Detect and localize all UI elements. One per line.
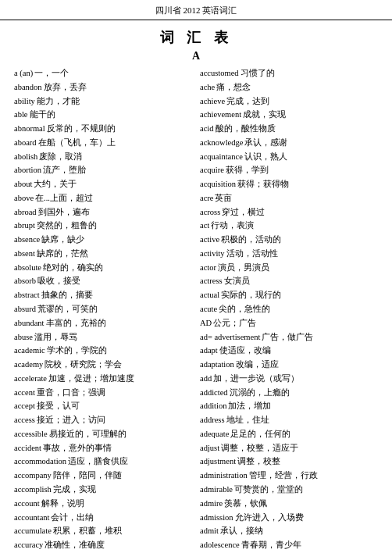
list-item: actual 实际的，现行的: [200, 289, 378, 301]
section-label: A: [0, 50, 392, 62]
main-title: 词 汇 表: [0, 28, 392, 47]
entry-meaning: 地址，住址: [226, 414, 269, 426]
entry-meaning: 加法，增加: [228, 400, 271, 412]
entry-meaning: 在...上面，超过: [35, 192, 93, 205]
entry-word: accumulate: [14, 525, 52, 537]
list-item: academic 学术的，学院的: [14, 344, 192, 357]
entry-word: ache: [200, 81, 215, 94]
entry-meaning: 足足的，任何的: [230, 428, 290, 441]
list-item: admirable 可赞赏的，堂堂的: [200, 483, 378, 496]
entry-meaning: 调整，校整，适应于: [221, 442, 298, 455]
entry-word: abstract: [14, 289, 40, 301]
entry-word: accustomed: [200, 67, 239, 80]
page-header: 四川省 2012 英语词汇: [0, 0, 392, 20]
entry-word: accident: [14, 442, 41, 455]
entry-meaning: 允许进入，入场费: [235, 512, 304, 524]
list-item: accountant 会计，出纳: [14, 512, 192, 524]
list-item: active 积极的，活动的: [200, 234, 378, 246]
entry-meaning: 英亩: [215, 192, 232, 205]
entry-word: abundant: [14, 317, 45, 330]
entry-meaning: 重音，口音；强调: [37, 387, 105, 399]
entry-meaning: 积极的，活动的: [221, 234, 281, 246]
entry-meaning: 女演员: [224, 275, 250, 287]
list-item: abuse 滥用，辱骂: [14, 331, 192, 344]
entry-meaning: 陪伴，陪同，伴随: [53, 469, 122, 482]
list-item: accomplish 完成，实现: [14, 483, 192, 496]
entry-meaning: 青春期，青少年: [241, 539, 301, 551]
list-item: accept 接受，认可: [14, 400, 192, 412]
entry-word: achieve: [200, 95, 225, 108]
entry-meaning: 演员，男演员: [218, 262, 269, 274]
entry-meaning: 学术的，学院的: [47, 344, 107, 357]
list-item: acknowledge 承认，感谢: [200, 137, 378, 149]
entry-meaning: 院校，研究院；学会: [45, 359, 122, 371]
entry-meaning: 适应，膳食供应: [68, 455, 128, 468]
entry-word: achievement: [200, 109, 241, 121]
list-item: abandon 放弃，丢弃: [14, 81, 192, 94]
list-item: across 穿过，横过: [200, 206, 378, 219]
entry-word: absorb: [14, 275, 36, 287]
entry-word: active: [200, 234, 219, 246]
entry-meaning: 加速，促进；增加速度: [48, 373, 134, 385]
list-item: adapt 使适应，改编: [200, 344, 378, 357]
entry-meaning: 承认，接纳: [220, 525, 263, 537]
list-item: act 行动，表演: [200, 219, 378, 232]
entry-meaning: 滥用，辱骂: [34, 331, 77, 344]
list-item: abundant 丰富的，充裕的: [14, 317, 192, 330]
list-item: adaptation 改编，适应: [200, 359, 378, 371]
entry-word: accept: [14, 400, 35, 412]
entry-word: admit: [200, 525, 219, 537]
list-item: ad= advertisement 广告，做广告: [200, 331, 378, 344]
list-item: absurd 荒谬的，可笑的: [14, 303, 192, 316]
entry-word: administration: [200, 469, 248, 482]
entry-meaning: 缺席，缺少: [41, 234, 84, 246]
entry-word: address: [200, 414, 225, 426]
entry-word: addition: [200, 400, 226, 412]
list-item: absolute 绝对的，确实的: [14, 262, 192, 274]
entry-word: absolute: [14, 262, 41, 274]
entry-meaning: 羡慕，钦佩: [224, 498, 267, 510]
entry-meaning: 抽象的，摘要: [41, 289, 93, 301]
entry-word: accuracy: [14, 539, 43, 551]
entry-meaning: 改编，适应: [236, 359, 279, 371]
entry-meaning: 准确性，准确度: [45, 539, 105, 551]
entry-meaning: 事故，意外的事情: [43, 442, 112, 455]
entry-meaning: 接受，认可: [37, 400, 80, 412]
list-item: academy 院校，研究院；学会: [14, 359, 192, 371]
entry-meaning: 管理，经营，行政: [249, 469, 318, 482]
entry-word: about: [14, 178, 32, 191]
list-item: access 接近；进入；访问: [14, 414, 192, 426]
entry-meaning: 公元；广告: [213, 317, 256, 330]
list-item: a (an) 一，一个: [14, 67, 192, 80]
list-item: abroad 到国外，遍布: [14, 206, 192, 219]
vocabulary-columns: a (an) 一，一个abandon 放弃，丢弃ability 能力，才能abl…: [0, 67, 392, 553]
entry-meaning: 调整，校整: [237, 455, 280, 468]
entry-word: accomplish: [14, 483, 52, 496]
entry-word: acquire: [200, 164, 224, 177]
entry-meaning: 突然的，粗鲁的: [37, 219, 97, 232]
entry-word: abnormal: [14, 123, 45, 135]
entry-meaning: 加，进一步说（或写）: [213, 373, 299, 385]
list-item: acid 酸的，酸性物质: [200, 123, 378, 135]
list-item: adjustment 调整，校整: [200, 455, 378, 468]
entry-meaning: 成就，实现: [243, 109, 286, 121]
entry-meaning: 认识，熟人: [244, 151, 287, 163]
list-item: accessible 易接近的，可理解的: [14, 428, 192, 441]
entry-word: abroad: [14, 206, 37, 219]
list-item: acquire 获得，学到: [200, 164, 378, 177]
list-item: achievement 成就，实现: [200, 109, 378, 121]
list-item: acute 尖的，急性的: [200, 303, 378, 316]
entry-word: abrupt: [14, 219, 35, 232]
entry-meaning: 酸的，酸性物质: [216, 123, 276, 135]
list-item: accuracy 准确性，准确度: [14, 539, 192, 551]
entry-word: acknowledge: [200, 137, 243, 149]
entry-meaning: 解释，说明: [41, 498, 84, 510]
entry-word: abolish: [14, 151, 37, 163]
list-item: accompany 陪伴，陪同，伴随: [14, 469, 192, 482]
entry-meaning: 丰富的，充裕的: [46, 317, 106, 330]
entry-meaning: 反常的，不规则的: [47, 123, 116, 135]
entry-word: able: [14, 109, 28, 121]
list-item: addicted 沉溺的，上瘾的: [200, 387, 378, 399]
list-item: accustomed 习惯了的: [200, 67, 378, 80]
list-item: abnormal 反常的，不规则的: [14, 123, 192, 135]
